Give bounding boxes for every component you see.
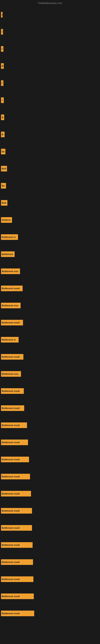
bar-label: Bottleneck resu bbox=[1, 268, 20, 274]
bar-row: Bo bbox=[1, 177, 100, 194]
bar-label: B bbox=[1, 63, 4, 69]
bar-label: Bottleneck result bbox=[1, 525, 32, 531]
bar-label: | bbox=[1, 12, 2, 18]
bar-label: B bbox=[1, 132, 4, 137]
bar-row: Bottleneck result bbox=[1, 554, 100, 570]
bar-label: Bottleneck result bbox=[1, 594, 34, 599]
bar-row: Bottleneck result bbox=[1, 348, 100, 365]
bar-row: Bottleneck result bbox=[1, 605, 100, 622]
bar-row: B bbox=[1, 109, 100, 126]
bar-label: Bottleneck result bbox=[1, 474, 30, 480]
bar-row: Bottleneck result bbox=[1, 485, 100, 502]
bar-row: Bottleneck result bbox=[1, 314, 100, 331]
bar-label: Bottleneck result bbox=[1, 491, 31, 496]
bar-label: Bottleneck resu bbox=[1, 371, 21, 377]
bar-row: Bottleneck result bbox=[1, 434, 100, 451]
bar-label: Bottleneck result bbox=[1, 610, 34, 616]
bars-container: |IIBIIBBBoBottBoBottBottleneBottleneck r… bbox=[0, 6, 100, 622]
bar-row: Bottlene bbox=[1, 211, 100, 228]
bar-row: I bbox=[1, 92, 100, 109]
bar-label: Bott bbox=[1, 166, 7, 172]
bar-label: Bottleneck result bbox=[1, 440, 28, 445]
bar-label: Bottleneck result bbox=[1, 388, 24, 394]
bar-label: I bbox=[1, 80, 3, 86]
site-title: TheBottlenecker.com bbox=[0, 0, 100, 6]
bar-label: Bo bbox=[1, 183, 6, 188]
bar-label: Bottleneck re bbox=[1, 337, 19, 342]
bar-label: Bottleneck resu bbox=[1, 303, 21, 308]
bar-row: Bottleneck result bbox=[1, 536, 100, 554]
bar-row: Bottleneck resu bbox=[1, 297, 100, 314]
bar-label: Bo bbox=[1, 149, 5, 154]
bar-label: Bottleneck result bbox=[1, 286, 23, 291]
bar-row: Bottleneck result bbox=[1, 280, 100, 297]
bar-row: B bbox=[1, 57, 100, 74]
bar-row: Bott bbox=[1, 194, 100, 211]
bar-label: Bottleneck result bbox=[1, 508, 32, 514]
bar-row: Bottleneck result bbox=[1, 416, 100, 434]
bar-label: Bottleneck bbox=[1, 251, 15, 257]
bar-row: Bo bbox=[1, 143, 100, 160]
bar-label: Bott bbox=[1, 200, 7, 206]
bar-label: Bottleneck result bbox=[1, 320, 23, 326]
bar-row: Bottleneck re bbox=[1, 228, 100, 246]
bar-row: I bbox=[1, 40, 100, 57]
bar-row: Bott bbox=[1, 160, 100, 177]
bar-row: | bbox=[1, 6, 100, 23]
bar-row: Bottleneck re bbox=[1, 331, 100, 348]
bar-label: Bottleneck result bbox=[1, 457, 29, 462]
bar-label: Bottleneck result bbox=[1, 542, 33, 548]
bar-row: Bottleneck result bbox=[1, 382, 100, 400]
bar-label: Bottleneck result bbox=[1, 576, 33, 582]
bar-row: Bottleneck result bbox=[1, 502, 100, 519]
bar-label: Bottleneck result bbox=[1, 405, 24, 411]
bar-label: Bottleneck result bbox=[1, 354, 23, 360]
bar-row: Bottleneck result bbox=[1, 468, 100, 485]
bar-label: B bbox=[1, 114, 4, 120]
bar-row: Bottleneck result bbox=[1, 400, 100, 416]
bar-row: I bbox=[1, 23, 100, 40]
bar-row: Bottleneck bbox=[1, 246, 100, 263]
bar-row: Bottleneck result bbox=[1, 451, 100, 468]
bar-label: I bbox=[1, 29, 3, 34]
bar-label: I bbox=[1, 46, 3, 52]
bar-row: B bbox=[1, 126, 100, 143]
bar-row: Bottleneck result bbox=[1, 588, 100, 605]
bar-row: Bottleneck result bbox=[1, 519, 100, 536]
bar-row: Bottleneck resu bbox=[1, 263, 100, 280]
bar-row: Bottleneck result bbox=[1, 570, 100, 588]
bar-label: I bbox=[1, 98, 4, 103]
bar-label: Bottlene bbox=[1, 217, 12, 223]
bar-label: Bottleneck re bbox=[1, 234, 18, 240]
bar-label: Bottleneck result bbox=[1, 422, 27, 428]
bar-row: Bottleneck resu bbox=[1, 365, 100, 382]
bar-label: Bottleneck result bbox=[1, 559, 33, 565]
bar-row: I bbox=[1, 74, 100, 92]
